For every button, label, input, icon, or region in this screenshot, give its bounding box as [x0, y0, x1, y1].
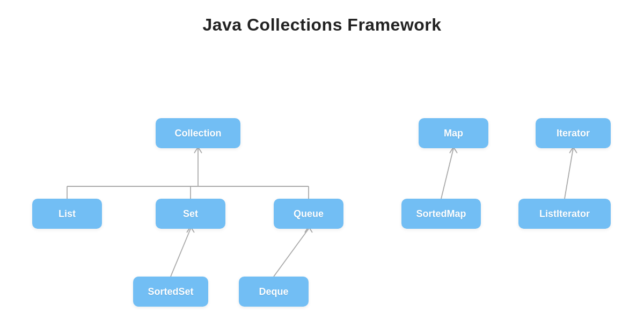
node-list: List: [32, 199, 102, 229]
node-queue: Queue: [274, 199, 343, 229]
arrows-svg: [0, 40, 644, 303]
svg-line-8: [565, 148, 573, 199]
node-iterator: Iterator: [536, 118, 611, 148]
svg-line-6: [274, 229, 309, 277]
svg-line-7: [441, 148, 453, 199]
page-title: Java Collections Framework: [0, 0, 644, 35]
node-sortedmap: SortedMap: [401, 199, 481, 229]
svg-line-5: [171, 229, 191, 277]
node-deque: Deque: [239, 277, 309, 307]
node-set: Set: [156, 199, 225, 229]
diagram-area: Collection List Set Queue SortedSet Dequ…: [0, 40, 644, 303]
node-listiterator: ListIterator: [518, 199, 611, 229]
node-sortedset: SortedSet: [133, 277, 208, 307]
node-map: Map: [419, 118, 488, 148]
node-collection: Collection: [156, 118, 240, 148]
